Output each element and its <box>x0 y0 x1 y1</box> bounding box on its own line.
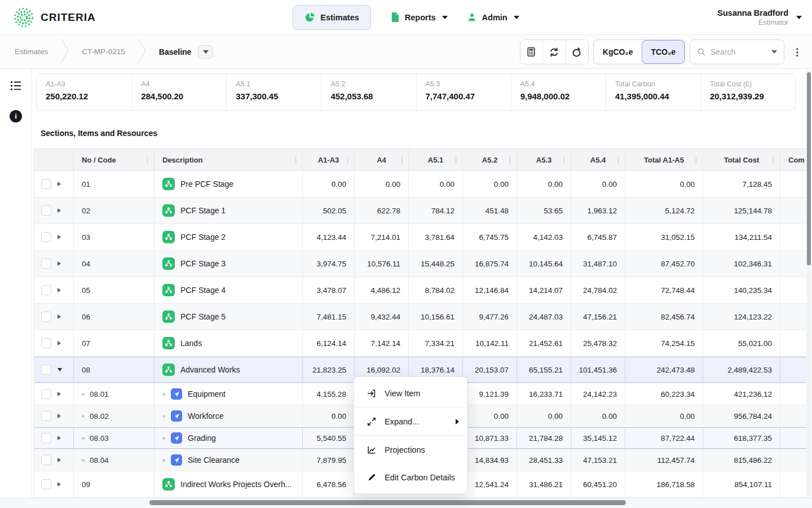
search-input[interactable] <box>710 47 765 56</box>
outline-list-icon[interactable] <box>0 76 32 96</box>
column-menu-icon[interactable]: ⋮ <box>770 156 777 164</box>
menu-item-projections[interactable]: Projections <box>354 436 467 463</box>
menu-item-expand[interactable]: Expand... <box>354 408 467 435</box>
item-send-icon <box>171 454 182 466</box>
row-checkbox[interactable] <box>41 455 51 465</box>
expand-row-icon[interactable] <box>58 414 61 418</box>
column-header-description[interactable]: Description⋮ <box>155 148 303 171</box>
expand-row-icon[interactable] <box>58 314 61 319</box>
column-menu-icon[interactable]: ⋮ <box>344 156 351 164</box>
row-checkbox[interactable] <box>41 259 51 269</box>
row-checkbox[interactable] <box>41 365 51 375</box>
column-label: A4 <box>377 156 386 164</box>
row-description: PCF Stage 5 <box>180 312 226 321</box>
table-row-02[interactable]: 02PCF Stage 1502.05622.78784.12451.4853.… <box>34 198 807 224</box>
column-header-total-cost[interactable]: Total Cost⋮ <box>703 148 780 171</box>
user-menu[interactable]: Susanna Bradford Estimator <box>717 0 802 35</box>
column-header-a5-1[interactable]: A5.1⋮ <box>409 148 463 171</box>
row-checkbox[interactable] <box>41 433 51 443</box>
cell-value: 14,834.93 <box>463 449 517 471</box>
column-header-a5-4[interactable]: A5.4⋮ <box>571 148 625 171</box>
table-row-07[interactable]: 07Lands6,124.147,142.147,334.2110,142.11… <box>34 330 807 357</box>
row-checkbox[interactable] <box>41 312 51 322</box>
unit-kgco2e-button[interactable]: KgCO₂e <box>594 40 642 64</box>
row-checkbox[interactable] <box>41 338 51 348</box>
row-checkbox[interactable] <box>41 205 51 216</box>
cell-comments <box>780 449 807 471</box>
cell-comments <box>780 171 807 197</box>
table-row-06[interactable]: 06PCF Stage 57,481.159,432.4410,156.619,… <box>34 304 807 330</box>
horizontal-scrollbar[interactable] <box>149 500 626 505</box>
row-description-cell: Equipment <box>155 383 303 405</box>
column-menu-icon[interactable]: ⋮ <box>398 156 405 164</box>
search-icon <box>697 47 706 56</box>
column-menu-icon[interactable]: ⋮ <box>506 156 514 164</box>
calculator-icon[interactable] <box>520 40 543 64</box>
column-header-a4[interactable]: A4⋮ <box>355 148 409 171</box>
row-code: 07 <box>82 339 90 348</box>
expand-row-icon[interactable] <box>58 235 61 239</box>
breadcrumb-version[interactable]: Baseline <box>159 47 192 56</box>
breadcrumb-estimate-code[interactable]: CT-MP-0215 <box>82 47 125 56</box>
column-header-select[interactable] <box>34 148 74 171</box>
nav-reports[interactable]: Reports <box>390 5 448 30</box>
gauge-icon[interactable] <box>566 40 588 64</box>
column-menu-icon[interactable]: ⋮ <box>615 156 622 164</box>
row-checkbox[interactable] <box>41 411 51 421</box>
expand-row-icon[interactable] <box>58 208 61 213</box>
row-description-cell: PCF Stage 5 <box>155 304 303 330</box>
expand-row-icon[interactable] <box>58 261 61 266</box>
column-header-no-code[interactable]: No / Code⋮ <box>74 148 155 171</box>
cell-value: 784.12 <box>409 198 463 224</box>
menu-item-view-item[interactable]: View Item <box>354 379 467 407</box>
column-menu-icon[interactable]: ⋮ <box>144 156 151 164</box>
cell-value: 618,377.35 <box>703 427 780 449</box>
cell-value: 10,576.11 <box>355 251 409 277</box>
column-header-a1-a3[interactable]: A1-A3⋮ <box>303 148 355 171</box>
section-title: Sections, Items and Resources <box>41 129 157 138</box>
row-description: PCF Stage 3 <box>180 259 226 268</box>
table-row-04[interactable]: 04PCF Stage 33,974.7510,576.1115,448.251… <box>34 251 807 277</box>
table-row-01[interactable]: 01Pre PCF Stage0.000.000.000.000.000.000… <box>34 171 807 198</box>
menu-item-edit-carbon-details[interactable]: Edit Carbon Details <box>354 463 467 491</box>
column-header-com[interactable]: Com <box>780 148 807 171</box>
brand: CRITERIA <box>12 0 96 35</box>
column-menu-icon[interactable]: ⋮ <box>561 156 568 164</box>
cell-value: 31,486.21 <box>517 471 571 497</box>
kebab-icon[interactable]: ⋮ <box>789 47 805 57</box>
column-menu-icon[interactable]: ⋮ <box>692 156 700 164</box>
unit-tco2e-button[interactable]: TCO₂e <box>642 40 685 64</box>
expand-row-icon[interactable] <box>58 341 61 345</box>
column-menu-icon[interactable]: ⋮ <box>452 156 460 164</box>
summary-card: A5.1337,300.45 <box>226 74 321 110</box>
expand-row-icon[interactable] <box>58 436 61 440</box>
row-checkbox[interactable] <box>41 285 51 295</box>
column-header-a5-3[interactable]: A5.3⋮ <box>517 148 571 171</box>
row-checkbox[interactable] <box>41 389 51 399</box>
expand-row-icon[interactable] <box>58 482 61 487</box>
row-checkbox[interactable] <box>41 232 51 242</box>
row-code-cell: 08.04 <box>74 449 155 471</box>
collapse-row-icon[interactable] <box>58 368 62 371</box>
breadcrumb-estimates[interactable]: Estimates <box>15 47 48 56</box>
table-row-05[interactable]: 05PCF Stage 43,478.074,486.128,784.0212,… <box>34 277 807 304</box>
info-icon[interactable]: i <box>0 106 32 126</box>
nav-estimates[interactable]: Estimates <box>293 5 371 30</box>
search-box[interactable] <box>690 40 784 64</box>
column-header-a5-2[interactable]: A5.2⋮ <box>463 148 517 171</box>
expand-row-icon[interactable] <box>58 458 61 462</box>
vertical-scrollbar[interactable] <box>807 72 811 265</box>
row-checkbox[interactable] <box>41 479 51 489</box>
expand-row-icon[interactable] <box>58 288 61 292</box>
table-row-03[interactable]: 03PCF Stage 24,123.447,214.013,781.646,7… <box>34 224 807 251</box>
expand-row-icon[interactable] <box>58 392 61 396</box>
column-menu-icon[interactable]: ⋮ <box>292 156 299 164</box>
cell-value: 2,489,422.53 <box>703 357 780 383</box>
row-checkbox[interactable] <box>41 179 51 189</box>
cell-value: 7,879.95 <box>303 449 355 471</box>
column-header-total-a1-a5[interactable]: Total A1-A5⋮ <box>625 148 703 171</box>
expand-row-icon[interactable] <box>58 182 61 186</box>
nav-admin[interactable]: Admin <box>467 5 519 30</box>
version-dropdown-button[interactable] <box>198 45 213 59</box>
refresh-icon[interactable] <box>543 40 566 64</box>
